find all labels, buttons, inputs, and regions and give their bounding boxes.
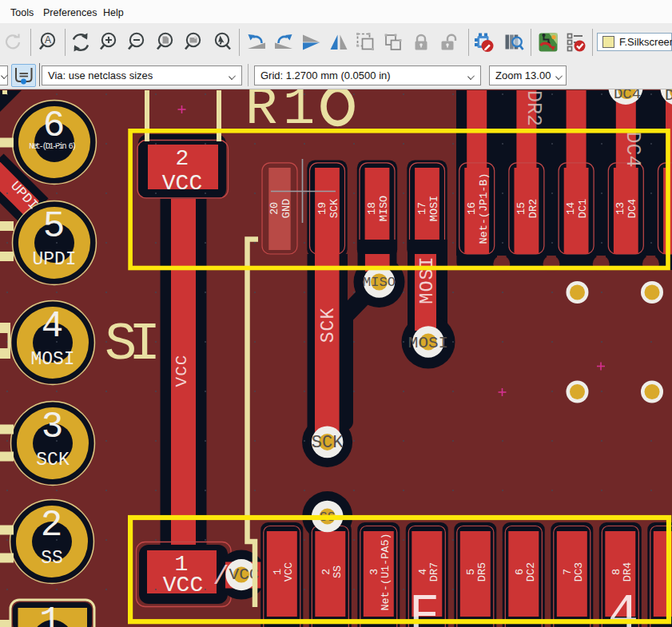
svg-text:Net-(U1-PA5): Net-(U1-PA5)	[380, 533, 392, 610]
svg-text:20: 20	[268, 202, 280, 215]
svg-text:DC4: DC4	[621, 131, 644, 167]
svg-text:DC4: DC4	[626, 199, 638, 218]
svg-text:SS: SS	[41, 548, 63, 569]
svg-text:16: 16	[466, 202, 478, 215]
svg-text:DC2: DC2	[525, 562, 537, 581]
svg-text:2: 2	[41, 505, 63, 546]
svg-text:DC4: DC4	[614, 89, 641, 103]
svg-text:3: 3	[42, 407, 64, 448]
svg-text:13: 13	[614, 202, 626, 215]
svg-text:1: 1	[39, 601, 62, 627]
svg-text:15: 15	[515, 202, 527, 215]
svg-text:DR2: DR2	[527, 199, 539, 218]
svg-text:1: 1	[272, 569, 284, 575]
svg-text:Net-(JP1-B): Net-(JP1-B)	[478, 173, 490, 244]
svg-text:UPDI: UPDI	[32, 249, 76, 270]
svg-text:2: 2	[176, 146, 189, 171]
svg-text:5: 5	[465, 569, 477, 575]
svg-text:MISO: MISO	[378, 196, 390, 221]
svg-text:MOSI: MOSI	[416, 256, 438, 304]
svg-text:GND: GND	[280, 199, 292, 218]
svg-text:DC3: DC3	[573, 562, 585, 581]
svg-text:SCK: SCK	[312, 433, 344, 453]
svg-text:SS: SS	[332, 565, 344, 578]
svg-text:6: 6	[514, 569, 526, 575]
svg-text:/: /	[213, 562, 229, 592]
svg-text:5: 5	[43, 206, 66, 248]
svg-text:VCC: VCC	[163, 573, 203, 597]
svg-text:DR5: DR5	[476, 562, 488, 581]
svg-text:19: 19	[316, 202, 328, 215]
svg-text:D: D	[665, 89, 672, 105]
svg-text:8: 8	[610, 569, 622, 575]
svg-text:VCC: VCC	[173, 355, 191, 387]
svg-text:DR4: DR4	[622, 562, 634, 581]
svg-text:2: 2	[320, 569, 332, 575]
svg-text:MOSI: MOSI	[428, 196, 440, 221]
svg-text:VCC: VCC	[283, 562, 295, 581]
svg-text:Net-(D1-Pin 6): Net-(D1-Pin 6)	[29, 141, 75, 151]
svg-text:MOSI: MOSI	[408, 334, 448, 352]
svg-text:17: 17	[416, 202, 428, 215]
svg-text:MOSI: MOSI	[30, 349, 74, 370]
svg-text:DR7: DR7	[428, 562, 440, 581]
svg-text:18: 18	[366, 202, 378, 215]
svg-text:VCC: VCC	[162, 171, 202, 196]
svg-text:3: 3	[368, 569, 380, 575]
svg-text:A: A	[45, 34, 51, 46]
svg-text:SCK: SCK	[36, 450, 70, 470]
svg-text:4: 4	[417, 569, 429, 575]
svg-text:SCK: SCK	[328, 198, 340, 218]
svg-text:14: 14	[565, 202, 577, 215]
svg-text:7: 7	[562, 569, 574, 575]
svg-text:4: 4	[42, 306, 64, 347]
svg-text:MISO: MISO	[363, 275, 396, 290]
svg-text:I: I	[129, 314, 161, 375]
svg-text:DR2: DR2	[522, 90, 545, 126]
svg-text:DC1: DC1	[577, 199, 589, 218]
svg-text:SCK: SCK	[318, 308, 339, 343]
